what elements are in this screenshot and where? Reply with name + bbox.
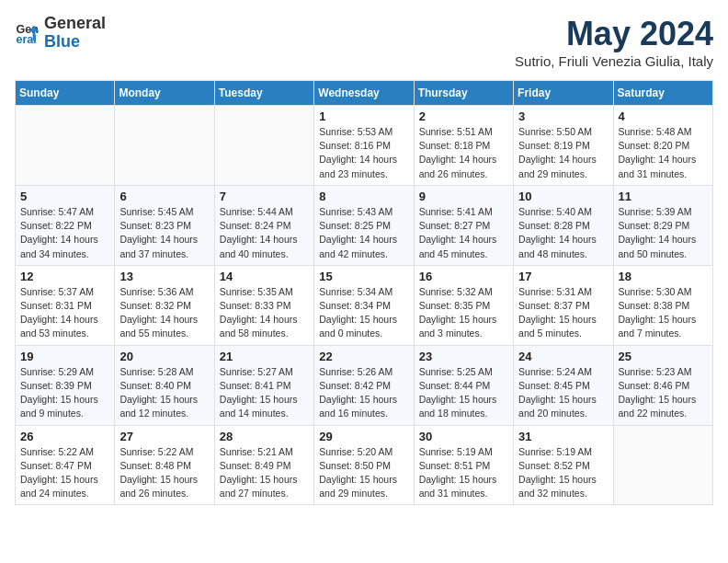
day-info: Sunrise: 5:28 AMSunset: 8:40 PMDaylight:… bbox=[119, 365, 209, 421]
day-info: Sunrise: 5:29 AMSunset: 8:39 PMDaylight:… bbox=[20, 365, 109, 421]
calendar-cell: 4Sunrise: 5:48 AMSunset: 8:20 PMDaylight… bbox=[613, 106, 712, 186]
day-info: Sunrise: 5:25 AMSunset: 8:44 PMDaylight:… bbox=[419, 365, 508, 421]
day-number: 22 bbox=[319, 350, 408, 363]
day-number: 29 bbox=[319, 430, 408, 443]
calendar-body: 1Sunrise: 5:53 AMSunset: 8:16 PMDaylight… bbox=[16, 106, 713, 505]
day-info: Sunrise: 5:24 AMSunset: 8:45 PMDaylight:… bbox=[518, 365, 608, 421]
day-info: Sunrise: 5:27 AMSunset: 8:41 PMDaylight:… bbox=[220, 365, 309, 421]
day-info: Sunrise: 5:32 AMSunset: 8:35 PMDaylight:… bbox=[419, 285, 508, 341]
day-info: Sunrise: 5:21 AMSunset: 8:49 PMDaylight:… bbox=[220, 445, 309, 501]
location-title: Sutrio, Friuli Venezia Giulia, Italy bbox=[515, 53, 713, 69]
day-number: 20 bbox=[119, 350, 209, 363]
calendar-cell bbox=[16, 106, 115, 186]
logo-blue: Blue bbox=[44, 33, 106, 52]
day-number: 23 bbox=[419, 350, 508, 363]
day-info: Sunrise: 5:37 AMSunset: 8:31 PMDaylight:… bbox=[20, 285, 109, 341]
day-number: 26 bbox=[20, 430, 109, 443]
weekday-header-cell: Thursday bbox=[414, 81, 513, 106]
day-info: Sunrise: 5:22 AMSunset: 8:47 PMDaylight:… bbox=[20, 445, 109, 501]
calendar-cell: 9Sunrise: 5:41 AMSunset: 8:27 PMDaylight… bbox=[414, 185, 513, 265]
calendar-cell: 20Sunrise: 5:28 AMSunset: 8:40 PMDayligh… bbox=[115, 345, 214, 425]
weekday-header-cell: Tuesday bbox=[214, 81, 313, 106]
calendar-cell: 27Sunrise: 5:22 AMSunset: 8:48 PMDayligh… bbox=[115, 425, 214, 505]
calendar-week-row: 5Sunrise: 5:47 AMSunset: 8:22 PMDaylight… bbox=[16, 185, 713, 265]
day-info: Sunrise: 5:20 AMSunset: 8:50 PMDaylight:… bbox=[319, 445, 408, 501]
day-info: Sunrise: 5:53 AMSunset: 8:16 PMDaylight:… bbox=[319, 125, 408, 181]
day-number: 11 bbox=[619, 190, 708, 203]
weekday-header-row: SundayMondayTuesdayWednesdayThursdayFrid… bbox=[16, 81, 713, 106]
logo-icon: Gen eral bbox=[15, 20, 40, 46]
day-info: Sunrise: 5:26 AMSunset: 8:42 PMDaylight:… bbox=[319, 365, 408, 421]
calendar-cell: 21Sunrise: 5:27 AMSunset: 8:41 PMDayligh… bbox=[214, 345, 313, 425]
day-info: Sunrise: 5:40 AMSunset: 8:28 PMDaylight:… bbox=[518, 205, 608, 261]
day-number: 1 bbox=[319, 109, 408, 123]
day-number: 27 bbox=[119, 430, 209, 443]
calendar-week-row: 1Sunrise: 5:53 AMSunset: 8:16 PMDaylight… bbox=[16, 106, 713, 186]
day-number: 7 bbox=[220, 190, 309, 203]
day-info: Sunrise: 5:35 AMSunset: 8:33 PMDaylight:… bbox=[220, 285, 309, 341]
weekday-header-cell: Wednesday bbox=[314, 81, 414, 106]
calendar-cell: 17Sunrise: 5:31 AMSunset: 8:37 PMDayligh… bbox=[514, 265, 613, 345]
calendar-cell: 25Sunrise: 5:23 AMSunset: 8:46 PMDayligh… bbox=[613, 345, 712, 425]
day-number: 5 bbox=[20, 190, 109, 203]
calendar-cell: 12Sunrise: 5:37 AMSunset: 8:31 PMDayligh… bbox=[16, 265, 115, 345]
logo: Gen eral General Blue bbox=[15, 15, 106, 52]
calendar-cell: 31Sunrise: 5:19 AMSunset: 8:52 PMDayligh… bbox=[514, 425, 613, 505]
day-number: 14 bbox=[220, 270, 309, 283]
calendar-cell: 28Sunrise: 5:21 AMSunset: 8:49 PMDayligh… bbox=[214, 425, 313, 505]
calendar-cell bbox=[613, 425, 712, 505]
day-info: Sunrise: 5:19 AMSunset: 8:52 PMDaylight:… bbox=[518, 445, 608, 501]
day-number: 4 bbox=[619, 109, 708, 123]
day-number: 15 bbox=[319, 270, 408, 283]
day-number: 13 bbox=[119, 270, 209, 283]
calendar-cell: 11Sunrise: 5:39 AMSunset: 8:29 PMDayligh… bbox=[613, 185, 712, 265]
day-number: 17 bbox=[518, 270, 608, 283]
calendar-cell: 8Sunrise: 5:43 AMSunset: 8:25 PMDaylight… bbox=[314, 185, 414, 265]
day-number: 10 bbox=[518, 190, 608, 203]
calendar-cell: 7Sunrise: 5:44 AMSunset: 8:24 PMDaylight… bbox=[214, 185, 313, 265]
weekday-header-cell: Sunday bbox=[16, 81, 115, 106]
calendar-cell: 5Sunrise: 5:47 AMSunset: 8:22 PMDaylight… bbox=[16, 185, 115, 265]
calendar-cell: 24Sunrise: 5:24 AMSunset: 8:45 PMDayligh… bbox=[514, 345, 613, 425]
day-info: Sunrise: 5:19 AMSunset: 8:51 PMDaylight:… bbox=[419, 445, 508, 501]
day-info: Sunrise: 5:41 AMSunset: 8:27 PMDaylight:… bbox=[419, 205, 508, 261]
calendar-cell: 22Sunrise: 5:26 AMSunset: 8:42 PMDayligh… bbox=[314, 345, 414, 425]
day-number: 30 bbox=[419, 430, 508, 443]
calendar-cell: 1Sunrise: 5:53 AMSunset: 8:16 PMDaylight… bbox=[314, 106, 414, 186]
calendar-table: SundayMondayTuesdayWednesdayThursdayFrid… bbox=[15, 80, 713, 505]
header: Gen eral General Blue May 2024 Sutrio, F… bbox=[15, 15, 713, 69]
day-info: Sunrise: 5:30 AMSunset: 8:38 PMDaylight:… bbox=[619, 285, 708, 341]
calendar-cell: 19Sunrise: 5:29 AMSunset: 8:39 PMDayligh… bbox=[16, 345, 115, 425]
day-info: Sunrise: 5:51 AMSunset: 8:18 PMDaylight:… bbox=[419, 125, 508, 181]
calendar-week-row: 12Sunrise: 5:37 AMSunset: 8:31 PMDayligh… bbox=[16, 265, 713, 345]
day-info: Sunrise: 5:43 AMSunset: 8:25 PMDaylight:… bbox=[319, 205, 408, 261]
day-number: 16 bbox=[419, 270, 508, 283]
day-info: Sunrise: 5:48 AMSunset: 8:20 PMDaylight:… bbox=[619, 125, 708, 181]
title-area: May 2024 Sutrio, Friuli Venezia Giulia, … bbox=[515, 15, 713, 69]
calendar-cell: 14Sunrise: 5:35 AMSunset: 8:33 PMDayligh… bbox=[214, 265, 313, 345]
calendar-cell: 16Sunrise: 5:32 AMSunset: 8:35 PMDayligh… bbox=[414, 265, 513, 345]
calendar-cell bbox=[115, 106, 214, 186]
day-number: 12 bbox=[20, 270, 109, 283]
day-number: 31 bbox=[518, 430, 608, 443]
calendar-cell: 29Sunrise: 5:20 AMSunset: 8:50 PMDayligh… bbox=[314, 425, 414, 505]
calendar-cell: 30Sunrise: 5:19 AMSunset: 8:51 PMDayligh… bbox=[414, 425, 513, 505]
day-number: 24 bbox=[518, 350, 608, 363]
day-info: Sunrise: 5:22 AMSunset: 8:48 PMDaylight:… bbox=[119, 445, 209, 501]
month-title: May 2024 bbox=[515, 15, 713, 53]
calendar-cell: 13Sunrise: 5:36 AMSunset: 8:32 PMDayligh… bbox=[115, 265, 214, 345]
day-number: 19 bbox=[20, 350, 109, 363]
day-info: Sunrise: 5:36 AMSunset: 8:32 PMDaylight:… bbox=[119, 285, 209, 341]
calendar-cell: 3Sunrise: 5:50 AMSunset: 8:19 PMDaylight… bbox=[514, 106, 613, 186]
logo-general: General bbox=[44, 15, 106, 33]
day-number: 3 bbox=[518, 109, 608, 123]
day-info: Sunrise: 5:31 AMSunset: 8:37 PMDaylight:… bbox=[518, 285, 608, 341]
day-number: 2 bbox=[419, 109, 508, 123]
day-number: 18 bbox=[619, 270, 708, 283]
day-info: Sunrise: 5:50 AMSunset: 8:19 PMDaylight:… bbox=[518, 125, 608, 181]
day-info: Sunrise: 5:39 AMSunset: 8:29 PMDaylight:… bbox=[619, 205, 708, 261]
weekday-header-cell: Monday bbox=[115, 81, 214, 106]
day-number: 21 bbox=[220, 350, 309, 363]
calendar-week-row: 19Sunrise: 5:29 AMSunset: 8:39 PMDayligh… bbox=[16, 345, 713, 425]
calendar-cell: 10Sunrise: 5:40 AMSunset: 8:28 PMDayligh… bbox=[514, 185, 613, 265]
